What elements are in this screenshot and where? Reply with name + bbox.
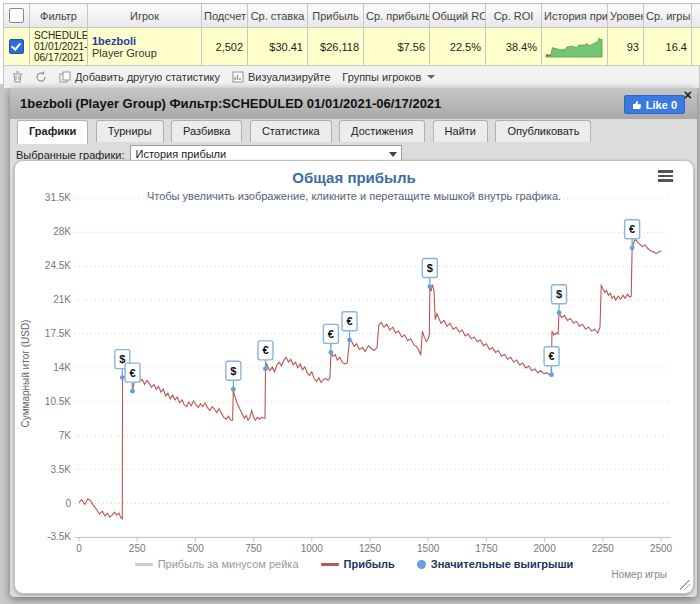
player-groups-label: Группы игроков xyxy=(342,71,421,83)
tab-graphs[interactable]: Графики xyxy=(17,120,88,144)
col-header-clipped[interactable]: В xyxy=(692,4,700,28)
svg-text:2500: 2500 xyxy=(650,543,673,554)
resize-handle-icon[interactable] xyxy=(680,580,690,590)
like-button[interactable]: Like 0 xyxy=(624,95,685,114)
avg-games-value: 16.4 xyxy=(644,28,692,66)
col-header-avg-profit[interactable]: Ср. прибыль xyxy=(364,4,430,28)
add-statistic-button[interactable]: Добавить другую статистику xyxy=(59,71,220,83)
tab-statistics[interactable]: Статистика xyxy=(250,120,332,142)
profit-history-cell[interactable] xyxy=(542,28,608,66)
visualize-button[interactable]: Визуализируйте xyxy=(232,71,330,83)
legend-label: Прибыль за минусом рейка xyxy=(158,558,299,570)
player-group-dialog: 1bezboli (Player Group) Фильтр:SCHEDULED… xyxy=(10,88,697,597)
dialog-header[interactable]: 1bezboli (Player Group) Фильтр:SCHEDULED… xyxy=(10,88,697,119)
svg-text:10.5K: 10.5K xyxy=(45,396,71,407)
svg-text:1750: 1750 xyxy=(475,543,498,554)
svg-text:500: 500 xyxy=(187,543,204,554)
chevron-down-icon xyxy=(427,75,435,79)
svg-text:$: $ xyxy=(230,365,236,377)
dialog-tabs: Графики Турниры Разбивка Статистика Дост… xyxy=(17,120,594,144)
chart-subtitle: Чтобы увеличить изображение, кликните и … xyxy=(15,190,693,202)
level-value: 93 xyxy=(608,28,644,66)
svg-text:€: € xyxy=(129,367,135,379)
legend-item-profit-minus-rake[interactable]: Прибыль за минусом рейка xyxy=(135,558,299,570)
col-header-profit-history[interactable]: История прибыл xyxy=(542,4,608,28)
tab-publish[interactable]: Опубликовать xyxy=(495,120,591,142)
chart-legend: Прибыль за минусом рейка Прибыль Значите… xyxy=(15,558,693,570)
tab-achievements[interactable]: Достижения xyxy=(339,120,425,142)
legend-line-swatch xyxy=(321,563,339,566)
filter-line: 06/17/2021 xyxy=(34,52,84,63)
col-header-total-roi[interactable]: Общий ROI xyxy=(430,4,486,28)
filter-cell: SCHEDULED 01/01/2021- 06/17/2021 xyxy=(30,28,88,66)
chart-menu-icon[interactable] xyxy=(658,170,673,184)
legend-label: Значительные выигрыши xyxy=(431,558,574,570)
tab-breakdown[interactable]: Разбивка xyxy=(171,120,242,142)
chart-select-label: Выбранные графики: xyxy=(16,149,124,161)
profit-sparkline xyxy=(545,32,605,60)
select-all-cell[interactable] xyxy=(4,4,30,28)
svg-text:17.5K: 17.5K xyxy=(45,328,71,339)
player-link[interactable]: 1bezboli xyxy=(92,35,136,47)
table-row: SCHEDULED 01/01/2021- 06/17/2021 1bezbol… xyxy=(4,28,700,66)
player-groups-menu[interactable]: Группы игроков xyxy=(342,71,435,83)
legend-line-swatch xyxy=(135,563,153,566)
svg-text:1500: 1500 xyxy=(417,543,440,554)
tab-tournaments[interactable]: Турниры xyxy=(96,120,164,142)
avg-roi-value: 38.4% xyxy=(486,28,542,66)
filter-line: 01/01/2021- xyxy=(34,41,87,52)
svg-text:€: € xyxy=(328,328,334,340)
svg-text:€: € xyxy=(549,350,555,362)
tab-find[interactable]: Найти xyxy=(433,120,488,142)
col-header-avg-stake[interactable]: Ср. ставка xyxy=(248,4,308,28)
svg-text:7K: 7K xyxy=(59,430,72,441)
svg-text:€: € xyxy=(629,223,635,235)
dialog-title: 1bezboli (Player Group) Фильтр:SCHEDULED… xyxy=(20,88,441,119)
legend-dot-swatch xyxy=(417,560,426,569)
chart-card: Общая прибыль Чтобы увеличить изображени… xyxy=(14,160,694,594)
col-header-avg-roi[interactable]: Ср. ROI xyxy=(486,4,542,28)
col-header-player[interactable]: Игрок xyxy=(88,4,202,28)
row-select-cell[interactable] xyxy=(4,28,30,66)
count-value: 2,502 xyxy=(202,28,248,66)
add-statistic-label: Добавить другую статистику xyxy=(75,71,220,83)
svg-text:0: 0 xyxy=(76,543,82,554)
svg-text:2000: 2000 xyxy=(533,543,556,554)
legend-item-significant-wins[interactable]: Значительные выигрыши xyxy=(417,558,574,570)
chart-icon xyxy=(232,71,244,83)
col-header-profit[interactable]: Прибыль xyxy=(308,4,364,28)
col-header-level[interactable]: Уровен xyxy=(608,4,644,28)
delete-button[interactable] xyxy=(12,71,23,83)
svg-text:21K: 21K xyxy=(53,294,71,305)
svg-text:€: € xyxy=(262,344,268,356)
legend-label: Прибыль xyxy=(344,558,395,570)
profit-chart-plot[interactable]: -3.5K03.5K7K10.5K14K17.5K21K24.5K28K31.5… xyxy=(15,161,693,593)
col-header-count[interactable]: Подсчет xyxy=(202,4,248,28)
svg-text:-3.5K: -3.5K xyxy=(47,531,71,542)
like-label: Like 0 xyxy=(646,99,677,111)
legend-item-profit[interactable]: Прибыль xyxy=(321,558,395,570)
svg-text:1000: 1000 xyxy=(301,543,324,554)
svg-text:750: 750 xyxy=(245,543,262,554)
table-header-row: Фильтр Игрок Подсчет Ср. ставка Прибыль … xyxy=(4,4,700,28)
chart-select-value: История прибыли xyxy=(135,148,226,160)
col-header-avg-games[interactable]: Ср. игры xyxy=(644,4,692,28)
col-header-filter[interactable]: Фильтр xyxy=(30,4,88,28)
refresh-button[interactable] xyxy=(35,71,47,83)
select-all-checkbox[interactable] xyxy=(9,8,24,23)
profit-value: $26,118 xyxy=(308,28,364,66)
row-checkbox[interactable] xyxy=(9,39,24,54)
copy-icon xyxy=(59,71,71,83)
trash-icon xyxy=(12,71,23,83)
thumbs-up-icon xyxy=(632,100,642,110)
svg-text:$: $ xyxy=(119,353,125,365)
svg-text:14K: 14K xyxy=(53,362,71,373)
svg-text:250: 250 xyxy=(129,543,146,554)
x-axis-title: Номер игры xyxy=(611,569,667,580)
svg-text:1250: 1250 xyxy=(359,543,382,554)
y-axis-title: Суммарный итог (USD) xyxy=(20,309,31,439)
svg-text:$: $ xyxy=(556,288,562,300)
close-icon[interactable]: × xyxy=(684,88,692,102)
avg-stake-value: $30.41 xyxy=(248,28,308,66)
svg-text:$: $ xyxy=(427,262,433,274)
